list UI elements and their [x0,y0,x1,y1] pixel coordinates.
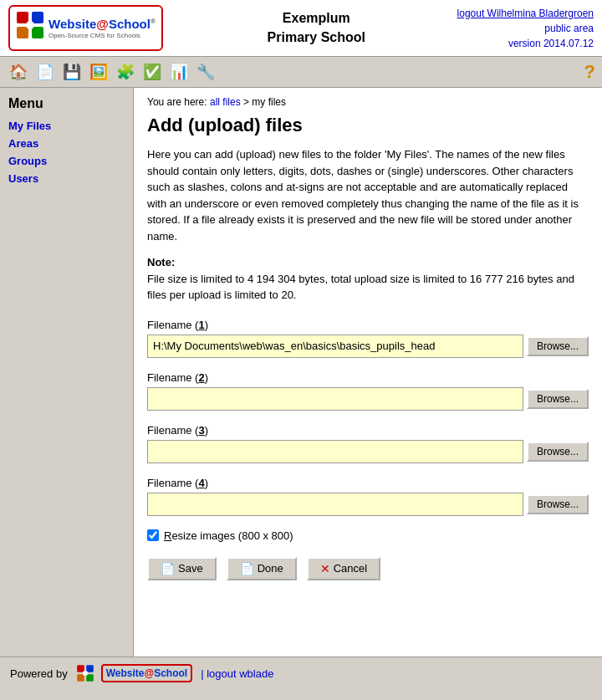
logo-box: Website@School® Open-Source CMS for Scho… [8,5,163,51]
toolbar-page-button[interactable]: 📄 [33,60,57,84]
toolbar-check-button[interactable]: ✅ [140,60,164,84]
main: Menu My Files Areas Groups Users You are… [0,88,602,657]
cancel-icon: ✕ [320,562,330,575]
footer-logo: Website@School [76,664,193,682]
file-label-3: Filename (3) [147,424,589,437]
save-icon: 📄 [161,562,175,575]
sidebar: Menu My Files Areas Groups Users [0,88,134,657]
browse-button-1[interactable]: Browse... [527,336,589,356]
file-row-1: Filename (1) Browse... [147,319,589,358]
logo-area: Website@School® Open-Source CMS for Scho… [8,5,176,51]
svg-rect-2 [17,27,28,38]
file-input-1[interactable] [147,335,523,358]
page-title: Add (upload) files [147,115,589,136]
toolbar-home-button[interactable]: 🏠 [7,60,30,84]
sidebar-item-myfiles[interactable]: My Files [8,120,125,132]
svg-point-4 [26,21,34,29]
powered-by-text: Powered by [10,667,68,680]
checkbox-row: Resize images (800 x 800) [147,529,589,542]
footer-logout-link[interactable]: | logout wblade [201,667,273,680]
header: Website@School® Open-Source CMS for Scho… [0,0,602,57]
save-button[interactable]: 📄 Save [147,557,217,580]
area-text: public area [457,21,594,36]
version-text: version 2014.07.12 [457,36,594,51]
file-input-row-1: Browse... [147,335,589,358]
file-label-1: Filename (1) [147,319,589,331]
sidebar-item-groups[interactable]: Groups [8,155,125,167]
breadcrumb-separator: > [241,96,253,108]
browse-button-3[interactable]: Browse... [527,442,589,462]
note-text: File size is limited to 4 194 304 bytes,… [147,273,574,302]
content: You are here: all files > my files Add (… [134,88,602,657]
svg-rect-0 [17,12,28,23]
svg-rect-3 [32,27,43,38]
breadcrumb: You are here: all files > my files [147,96,589,108]
breadcrumb-allfiles-link[interactable]: all files [210,96,241,108]
cancel-label: Cancel [334,562,367,575]
logout-link[interactable]: logout Wilhelmina Bladergroen [457,8,594,19]
toolbar-icons: 🏠 📄 💾 🖼️ 🧩 ✅ 📊 🔧 [7,60,584,84]
description-text: Here you can add (upload) new files to t… [147,146,589,244]
action-buttons: 📄 Save 📄 Done ✕ Cancel [147,557,589,580]
file-input-2[interactable] [147,387,523,411]
logo-text: Website@School® [48,17,156,31]
toolbar-tools-button[interactable]: 🔧 [194,60,217,84]
svg-point-9 [83,671,88,676]
footer-logo-box: Website@School [101,664,193,682]
resize-label[interactable]: Resize images (800 x 800) [164,529,293,542]
browse-button-4[interactable]: Browse... [527,494,589,514]
note-section: Note: File size is limited to 4 194 304 … [147,254,589,304]
resize-checkbox[interactable] [147,529,159,541]
cancel-button[interactable]: ✕ Cancel [307,557,380,580]
logo-subtext: Open-Source CMS for Schools [48,32,156,39]
file-row-2: Filename (2) Browse... [147,371,589,411]
user-info: logout Wilhelmina Bladergroen public are… [457,6,594,51]
toolbar-chart-button[interactable]: 📊 [167,60,191,84]
sidebar-menu-label: Menu [8,96,125,111]
breadcrumb-current: my files [252,96,286,108]
file-input-4[interactable] [147,493,523,516]
sidebar-item-users[interactable]: Users [8,172,125,185]
done-button[interactable]: 📄 Done [227,557,297,580]
svg-rect-7 [77,674,84,682]
done-label: Done [258,562,283,575]
toolbar-save-button[interactable]: 💾 [60,60,84,84]
logo-icon [15,10,45,46]
svg-rect-1 [32,12,43,23]
help-icon[interactable]: ? [584,61,595,83]
file-label-2: Filename (2) [147,371,589,384]
svg-rect-8 [86,674,94,682]
toolbar-widget-button[interactable]: 🧩 [114,60,137,84]
file-row-4: Filename (4) Browse... [147,477,589,516]
save-label: Save [178,562,203,575]
file-input-row-4: Browse... [147,493,589,516]
note-label: Note: [147,256,175,268]
browse-button-2[interactable]: Browse... [527,389,589,409]
footer: Powered by Website@School | logout wblad… [0,657,602,689]
toolbar: 🏠 📄 💾 🖼️ 🧩 ✅ 📊 🔧 ? [0,57,602,88]
school-name: Exemplum Primary School [176,9,457,47]
file-row-3: Filename (3) Browse... [147,424,589,463]
toolbar-image-button[interactable]: 🖼️ [87,60,110,84]
done-icon: 📄 [240,562,254,575]
file-input-row-3: Browse... [147,440,589,463]
svg-rect-6 [86,665,94,672]
svg-rect-5 [77,665,84,672]
file-input-3[interactable] [147,440,523,463]
sidebar-item-areas[interactable]: Areas [8,137,125,150]
file-label-4: Filename (4) [147,477,589,489]
file-input-row-2: Browse... [147,387,589,411]
